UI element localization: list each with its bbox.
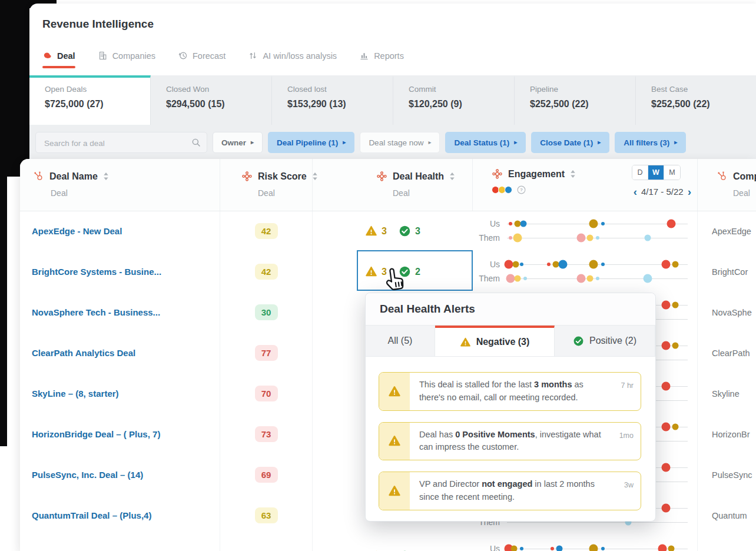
- summary-cards: Open Deals$725,000 (27)Closed Won$294,50…: [29, 75, 756, 125]
- nav-tab-label: AI win/loss analysis: [263, 51, 337, 61]
- company-cell: ApexEdge: [698, 211, 756, 251]
- sort-icon[interactable]: [570, 170, 576, 178]
- date-range-label: 4/17 - 5/22: [641, 187, 684, 197]
- nav-tab-label: Companies: [112, 51, 155, 61]
- table-row[interactable]: BrightCore Systems - Busine...4232UsThem…: [20, 251, 756, 293]
- column-header-deal-health[interactable]: Deal Health Deal: [313, 159, 473, 211]
- nav-tab-companies[interactable]: Companies: [98, 51, 155, 68]
- engagement-dot: [672, 302, 678, 308]
- popup-tab-positive-2-[interactable]: Positive (2): [555, 326, 655, 356]
- table-row[interactable]: UsThem: [20, 536, 756, 551]
- nav-tabs: DealCompaniesForecastAI win/loss analysi…: [42, 51, 404, 68]
- filter-button-label: Close Date (1): [540, 138, 593, 147]
- risk-score-cell: 69: [220, 454, 313, 495]
- sort-icon[interactable]: [449, 172, 455, 181]
- period-option-m[interactable]: M: [664, 165, 680, 180]
- engagement-line-them: Them: [473, 231, 697, 245]
- sort-icon[interactable]: [103, 172, 109, 181]
- column-sublabel: Deal: [258, 188, 312, 198]
- deal-name-cell: [20, 536, 220, 551]
- column-header-deal-name[interactable]: Deal Name Deal: [20, 159, 220, 211]
- chevron-right-icon[interactable]: ›: [688, 186, 691, 197]
- filter-button-deal-pipeline-1-[interactable]: Deal Pipeline (1)▸: [268, 132, 354, 153]
- engagement-dot: [587, 235, 593, 241]
- summary-card-closed-lost[interactable]: Closed lost$153,290 (13): [272, 75, 393, 125]
- deal-link[interactable]: ApexEdge - New Deal: [32, 226, 122, 236]
- company-name: NovaSphe: [712, 308, 752, 317]
- engagement-cell: UsThem: [473, 211, 698, 251]
- company-name: HorizonBr: [712, 430, 750, 439]
- risk-badge: 42: [255, 264, 278, 280]
- engagement-cell: UsThem: [473, 536, 698, 551]
- backdrop-dark: [0, 0, 7, 446]
- engagement-dot: [662, 301, 671, 310]
- filter-button-owner[interactable]: Owner▸: [213, 132, 263, 153]
- search-input[interactable]: [43, 132, 187, 154]
- deal-link[interactable]: ClearPath Analytics Deal: [32, 348, 135, 358]
- engagement-dot: [668, 546, 675, 551]
- summary-card-open-deals[interactable]: Open Deals$725,000 (27): [29, 75, 151, 125]
- deal-health-cell[interactable]: 32: [313, 251, 473, 292]
- engagement-line-us: Us: [473, 542, 697, 551]
- engagement-dot: [551, 547, 554, 550]
- summary-card-closed-won[interactable]: Closed Won$294,500 (15): [151, 75, 272, 125]
- nav-tab-reports[interactable]: Reports: [359, 51, 404, 68]
- summary-card-best-case[interactable]: Best Case$252,500 (22): [636, 75, 756, 125]
- column-header-risk-score[interactable]: Risk Score Deal: [220, 159, 313, 211]
- period-option-w[interactable]: W: [648, 165, 664, 180]
- popup-tab-all-5-[interactable]: All (5): [366, 326, 435, 356]
- nav-tab-forecast[interactable]: Forecast: [178, 51, 226, 68]
- engagement-dot: [601, 263, 605, 266]
- filter-button-deal-status-1-[interactable]: Deal Status (1)▸: [445, 132, 526, 153]
- chevron-left-icon[interactable]: ‹: [634, 186, 637, 197]
- warning-icon: [388, 434, 401, 447]
- deal-name-cell: QuantumTrail Deal – (Plus,4): [20, 495, 220, 536]
- column-header-company[interactable]: Company Deal: [698, 159, 756, 211]
- deal-health-cell[interactable]: [313, 536, 473, 551]
- engagement-label: Us: [473, 260, 500, 269]
- company-cell: PulseSync: [698, 454, 756, 495]
- positive-count: 2: [415, 267, 420, 277]
- table-row[interactable]: ApexEdge - New Deal4233UsThemApexEdge: [20, 211, 756, 252]
- revenue-intelligence-app: Revenue Intelligence DealCompaniesForeca…: [0, 0, 756, 551]
- filter-button-deal-stage-now[interactable]: Deal stage now▸: [360, 132, 440, 153]
- filter-button-all-filters-3-[interactable]: All filters (3)▸: [615, 132, 686, 153]
- engagement-dot: [662, 382, 671, 391]
- engagement-dot: [672, 261, 678, 268]
- filter-button-label: Deal Status (1): [454, 138, 509, 147]
- engagement-dot: [513, 234, 522, 243]
- deal-link[interactable]: PulseSync, Inc. Deal – (14): [32, 470, 143, 480]
- deal-health-alerts-popup: Deal Health Alerts All (5)Negative (3)Po…: [365, 293, 656, 522]
- engagement-dot: [644, 274, 652, 283]
- engagement-dot: [559, 260, 568, 269]
- date-range-nav: ‹ 4/17 - 5/22 ›: [634, 186, 691, 197]
- popup-tab-negative-3-[interactable]: Negative (3): [435, 326, 555, 356]
- help-icon[interactable]: ?: [516, 185, 526, 195]
- nav-tab-ai-win-loss-analysis[interactable]: AI win/loss analysis: [248, 51, 337, 68]
- chart-icon: [359, 51, 369, 61]
- deal-link[interactable]: SkyLine – (8, starter): [32, 389, 119, 399]
- deal-name-cell: PulseSync, Inc. Deal – (14): [20, 454, 220, 495]
- engagement-dot: [589, 260, 598, 269]
- risk-badge: 42: [255, 223, 278, 239]
- summary-card-commit[interactable]: Commit$120,250 (9): [393, 75, 515, 125]
- deal-link[interactable]: NovaSphere Tech - Business...: [32, 307, 160, 317]
- nav-tab-deal[interactable]: Deal: [42, 51, 75, 68]
- summary-card-label: Best Case: [651, 85, 756, 94]
- summary-card-pipeline[interactable]: Pipeline$252,500 (22): [515, 75, 636, 125]
- period-option-d[interactable]: D: [632, 165, 648, 180]
- filter-button-close-date-1-[interactable]: Close Date (1)▸: [531, 132, 609, 153]
- engagement-track: [507, 231, 688, 245]
- deal-link[interactable]: BrightCore Systems - Busine...: [32, 267, 161, 277]
- company-name: BrightCor: [712, 267, 748, 277]
- deal-link[interactable]: QuantumTrail Deal – (Plus,4): [32, 510, 151, 520]
- company-cell: ClearPath: [698, 333, 756, 373]
- check-icon: [573, 336, 584, 347]
- deal-link[interactable]: HorizonBridge Deal – ( Plus, 7): [32, 429, 160, 439]
- filter-button-label: All filters (3): [624, 138, 669, 147]
- engagement-dot: [511, 546, 518, 551]
- risk-badge: 73: [255, 426, 278, 442]
- deal-health-cell[interactable]: 33: [313, 211, 473, 251]
- column-header-engagement[interactable]: Engagement ? DWM ‹ 4/17 - 5/22 ›: [473, 159, 698, 211]
- engagement-line-them: Them: [473, 271, 697, 286]
